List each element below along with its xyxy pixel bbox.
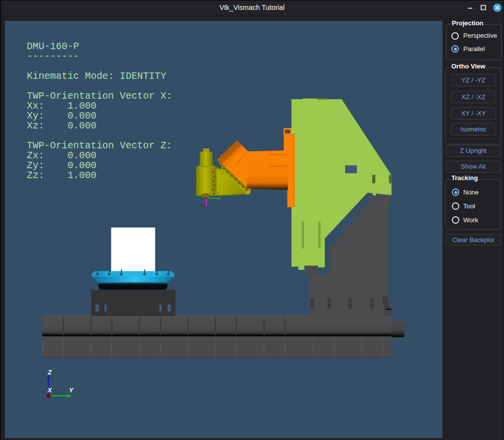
svg-text:Y: Y (69, 386, 74, 394)
svg-text:Z: Z (47, 369, 52, 376)
svg-text:X: X (47, 386, 53, 394)
